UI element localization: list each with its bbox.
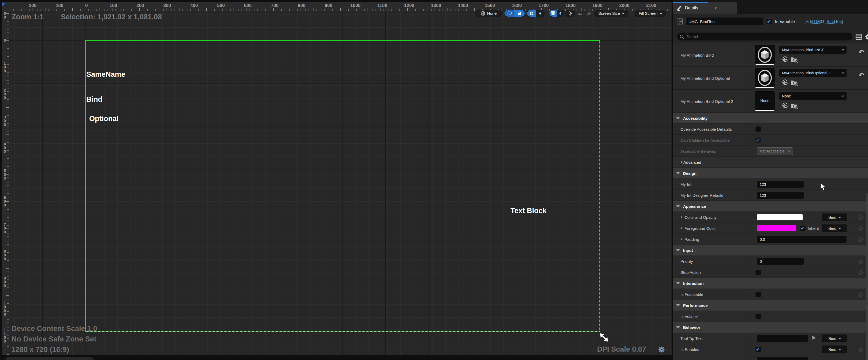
tab-animations[interactable]: Animations [5, 357, 94, 360]
reset-diamond-icon[interactable]: ◇ [859, 258, 863, 265]
inherit-checkbox[interactable] [800, 225, 806, 231]
color-opacity-swatch[interactable] [757, 214, 803, 220]
asset-dropdown-value: MyAnimation_BindOptional_I [782, 71, 831, 75]
select-tool-button[interactable] [565, 10, 575, 17]
accessible-behavior-dropdown[interactable]: Not Accessible [757, 147, 793, 155]
search-input[interactable]: Search [677, 32, 853, 41]
property-row-stop-action: Stop Action ◇ [673, 267, 868, 278]
property-row-tooltip: Tool Tip Text ⚑ Bind [673, 333, 868, 344]
preview-background-label: None [487, 11, 497, 16]
design-canvas[interactable]: Zoom 1:1 Selection: 1,921.92 x 1,081.08 … [9, 11, 672, 355]
asset-dropdown[interactable]: None [779, 92, 847, 100]
ruler-left-number: 7 0 0 [3, 223, 6, 234]
screen-size-dropdown[interactable]: Screen Size [594, 10, 628, 17]
asset-thumbnail[interactable] [755, 45, 775, 65]
section-accessibility[interactable]: Accessibility [673, 113, 868, 124]
browse-asset-icon[interactable] [791, 56, 798, 64]
ruler-top-number: 600 [244, 3, 252, 8]
asset-dropdown[interactable]: MyAnimation_Bind_INST [779, 46, 847, 54]
padding-input[interactable]: 0.0 [757, 236, 847, 243]
use-selected-icon[interactable] [782, 56, 788, 64]
override-accessible-checkbox[interactable] [755, 126, 761, 132]
tab-details[interactable]: Details x [673, 2, 737, 14]
dpi-settings-gear-icon[interactable] [658, 346, 665, 353]
foreground-bind-button[interactable]: Bind [822, 224, 847, 232]
section-performance[interactable]: Performance [673, 300, 868, 311]
display-filter-icon[interactable] [856, 33, 862, 40]
ruler-left-number: 4 0 0 [3, 142, 6, 153]
browse-asset-icon[interactable] [791, 103, 798, 110]
reset-diamond-icon[interactable]: ◇ [859, 214, 863, 221]
priority-input[interactable]: 0 [757, 258, 804, 265]
stop-action-checkbox[interactable] [755, 269, 761, 275]
tooltip-bind-button[interactable]: Bind [822, 334, 847, 342]
reset-diamond-icon[interactable]: ◇ [859, 236, 863, 243]
foreground-color-swatch[interactable] [757, 225, 796, 231]
details-scrollbar[interactable] [866, 193, 868, 360]
my-int-rebuild-input[interactable]: 123 [757, 192, 804, 199]
can-children-checkbox[interactable] [755, 137, 761, 143]
ruler-top-number: 1100 [377, 3, 387, 8]
reset-diamond-icon[interactable]: ◇ [859, 291, 863, 298]
reset-diamond-icon[interactable]: ◇ [859, 269, 863, 276]
expand-triangle-icon[interactable] [681, 238, 683, 241]
designer-viewport[interactable]: 2001000100200300400500600700800900100011… [0, 0, 672, 360]
revert-arrow-icon[interactable]: ↶ [859, 48, 864, 56]
property-row-override-accessible: Override Accessible Defaults [673, 124, 868, 135]
respect-locks-toggle[interactable]: R [527, 10, 545, 17]
resize-handle-icon[interactable] [599, 333, 609, 342]
is-enabled-bind-button[interactable]: Bind [822, 345, 847, 353]
localization-flag-icon[interactable]: ⚑ [811, 335, 816, 341]
is-focusable-checkbox[interactable] [755, 291, 761, 297]
close-icon[interactable]: x [715, 6, 717, 10]
canvas-textblock-bind[interactable]: Bind [86, 95, 102, 104]
fill-screen-dropdown[interactable]: Fill Screen [634, 10, 666, 17]
use-selected-icon[interactable] [782, 80, 788, 87]
color-opacity-bind-button[interactable]: Bind [822, 213, 847, 221]
section-interaction[interactable]: Interaction [673, 278, 868, 289]
section-appearance[interactable]: Appearance [673, 201, 868, 212]
section-design[interactable]: Design [673, 168, 868, 179]
settings-gear-icon[interactable] [865, 33, 868, 40]
category-advanced[interactable]: Advanced [673, 157, 868, 168]
flip-preview-button[interactable] [585, 10, 593, 17]
tooltip-text-input[interactable] [757, 335, 808, 342]
asset-thumbnail[interactable] [755, 68, 775, 88]
selection-lock-toggle[interactable] [504, 10, 525, 17]
use-selected-icon[interactable] [782, 103, 788, 110]
section-input[interactable]: Input [673, 245, 868, 256]
asset-thumbnail[interactable]: None [755, 91, 775, 111]
canvas-textblock-optional[interactable]: Optional [89, 115, 119, 123]
browse-asset-icon[interactable] [791, 80, 798, 87]
expand-triangle-icon[interactable] [681, 227, 683, 229]
grid-snap-toggle[interactable]: 4 [549, 10, 564, 17]
revert-arrow-icon[interactable]: ↶ [859, 72, 864, 79]
is-volatile-checkbox[interactable] [755, 313, 761, 319]
chevron-down-icon [842, 48, 844, 51]
chevron-down-icon [839, 337, 841, 339]
ruler-left-number: 1 0 0 [3, 61, 6, 73]
safe-zone-label: No Device Safe Zone Set [11, 335, 96, 343]
my-int-input[interactable]: 123 [757, 181, 804, 188]
section-behavior[interactable]: Behavior [673, 322, 868, 333]
preview-background-button[interactable]: None [475, 10, 502, 17]
chevron-down-icon [842, 94, 844, 97]
preview-image-button[interactable] [576, 10, 584, 17]
is-enabled-checkbox[interactable] [755, 346, 761, 352]
ruler-top-number: 1900 [592, 3, 602, 8]
is-variable-label: Is Variable [775, 19, 795, 24]
asset-dropdown[interactable]: MyAnimation_BindOptional_I [779, 69, 847, 77]
chevron-down-icon [839, 348, 841, 350]
reset-diamond-icon[interactable]: ◇ [859, 225, 863, 232]
is-variable-checkbox[interactable] [766, 19, 772, 24]
expand-triangle-icon[interactable] [681, 216, 683, 219]
reset-diamond-icon[interactable]: ◇ [859, 346, 863, 353]
canvas-textblock-samename[interactable]: SameName [86, 70, 125, 79]
canvas-textblock-textblock[interactable]: Text Block [510, 207, 547, 215]
partial-input[interactable] [757, 357, 808, 360]
property-row-is-volatile: Is Volatile [673, 311, 868, 322]
edit-blueprint-link[interactable]: Edit UMG_BindTest [806, 19, 843, 24]
widget-name-input[interactable]: UMG_BindTest [685, 17, 763, 26]
search-icon [680, 34, 684, 39]
selected-widget-outline[interactable] [85, 40, 600, 332]
